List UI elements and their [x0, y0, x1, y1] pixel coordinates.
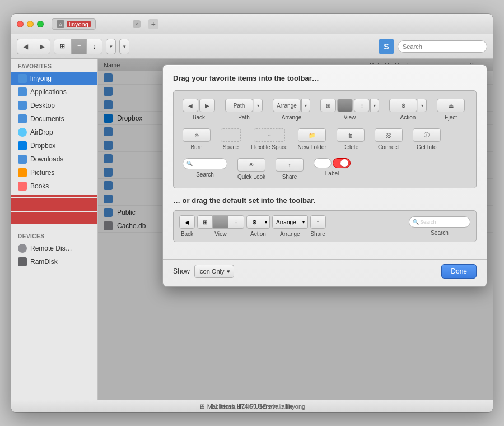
ds-item-action[interactable]: ⚙ ▾ Action — [246, 215, 270, 237]
flex-space-btn[interactable]: ↔ — [254, 128, 285, 142]
drag-item-path[interactable]: Path ▾ Path — [221, 95, 267, 124]
sidebar-item-home[interactable]: linyong — [11, 72, 97, 85]
selection-bar-1 — [11, 195, 97, 197]
ds-view-seg2[interactable] — [213, 215, 228, 229]
toolbar: ◀ ▶ ⊞ ≡ ⫶ ▾ ▾ S — [11, 34, 493, 59]
action-dropdown[interactable]: ▾ — [119, 39, 129, 54]
view-seg3[interactable]: ⫶ — [354, 99, 370, 112]
sidebar-label-remote: Remote Dis… — [30, 244, 72, 252]
path-dropdown-arrow[interactable]: ▾ — [254, 99, 263, 112]
ds-view-group: ⊞ ⫶ — [197, 215, 244, 229]
ds-item-share[interactable]: ↑ Share — [310, 215, 326, 237]
sidebar-item-pictures[interactable]: Pictures — [11, 166, 97, 179]
drag-item-share[interactable]: ↑ Share — [271, 155, 308, 183]
ds-arrange-dropdown[interactable]: ▾ — [300, 215, 308, 229]
ds-back-btn[interactable]: ◀ — [179, 215, 195, 229]
ds-item-back[interactable]: ◀ Back — [179, 215, 195, 237]
drag-item-label[interactable]: Label — [309, 155, 355, 183]
ds-view-seg3[interactable]: ⫶ — [228, 215, 244, 229]
share-btn[interactable]: ↑ — [276, 158, 304, 172]
modal-bottom: Show Icon Only ▾ Done — [163, 259, 487, 286]
ds-arrange-btn[interactable]: Arrange — [272, 215, 300, 229]
sidebar-item-desktop[interactable]: Desktop — [11, 99, 97, 112]
path-btn[interactable]: Path — [225, 99, 253, 112]
list-view-btn[interactable]: ≡ — [71, 39, 87, 54]
eject-btn[interactable]: ⏏ — [437, 99, 465, 112]
connect-btn[interactable]: ⛓ — [375, 128, 403, 142]
forward-button[interactable]: ▶ — [34, 39, 50, 54]
ds-action-btn[interactable]: ⚙ — [246, 215, 262, 229]
path-btn-group: Path ▾ — [225, 99, 263, 112]
drag-item-view[interactable]: ⊞ ⫶ ▾ View — [316, 95, 384, 124]
close-button[interactable] — [17, 21, 24, 27]
new-folder-btn[interactable]: 📁 — [298, 128, 326, 142]
drag-item-get-info[interactable]: ⓘ Get Info — [408, 125, 445, 154]
view-seg1[interactable]: ⊞ — [320, 99, 336, 112]
ds-item-arrange[interactable]: Arrange ▾ Arrange — [272, 215, 308, 237]
toolbar-items-grid[interactable]: ◀ ▶ Back Path ▾ Path — [173, 90, 477, 188]
drag-item-quick-look[interactable]: 👁 Quick Look — [233, 155, 270, 183]
favorites-header: FAVORITES — [11, 59, 97, 72]
drag-item-connect[interactable]: ⛓ Connect — [370, 125, 407, 154]
ds-action-dropdown[interactable]: ▾ — [262, 215, 270, 229]
tab-close-button[interactable]: × — [133, 20, 141, 28]
arrange-btn[interactable]: Arrange — [273, 99, 301, 112]
view-seg2[interactable] — [337, 99, 353, 112]
default-set-title: … or drag the default set into the toolb… — [173, 196, 477, 205]
column-view-btn[interactable]: ⫶ — [87, 39, 102, 54]
action-btn[interactable]: ⚙ — [389, 99, 417, 112]
show-row: Show Icon Only ▾ — [173, 265, 234, 278]
back-button[interactable]: ◀ — [17, 39, 34, 54]
action-label: Action — [400, 114, 416, 121]
ds-item-search[interactable]: 🔍 Search Search — [409, 216, 470, 236]
sidebar-item-airdrop[interactable]: AirDrop — [11, 126, 97, 139]
drag-item-action[interactable]: ⚙ ▾ Action — [385, 95, 431, 124]
drag-item-eject[interactable]: ⏏ Eject — [432, 95, 469, 124]
view-dropdown-arrow[interactable]: ▾ — [370, 99, 379, 112]
drag-item-burn[interactable]: ⊛ Burn — [178, 125, 215, 154]
delete-label: Delete — [342, 144, 358, 150]
icon-view-btn[interactable]: ⊞ — [54, 39, 71, 54]
label-toggle-off[interactable] — [314, 158, 332, 168]
main-area: FAVORITES linyong Applications Desktop D… — [11, 59, 493, 400]
default-set-grid[interactable]: ◀ Back ⊞ ⫶ View — [173, 210, 477, 242]
drag-item-search[interactable]: 🔍 Search — [178, 155, 232, 183]
drag-item-new-folder[interactable]: 📁 New Folder — [293, 125, 331, 154]
sidebar-item-dropbox[interactable]: Dropbox — [11, 139, 97, 152]
search-input[interactable] — [398, 40, 487, 53]
space-btn[interactable] — [221, 128, 241, 142]
back-left-btn[interactable]: ◀ — [183, 99, 198, 112]
tab-add-button[interactable]: + — [148, 19, 158, 29]
arrange-dropdown-arrow[interactable]: ▾ — [301, 99, 310, 112]
sidebar-item-ramdisk[interactable]: RamDisk — [11, 255, 97, 268]
ds-share-btn[interactable]: ↑ — [310, 215, 326, 229]
action-dropdown-arrow[interactable]: ▾ — [418, 99, 427, 112]
home-icon: ⌂ — [57, 20, 64, 28]
drag-item-delete[interactable]: 🗑 Delete — [332, 125, 369, 154]
drag-item-back[interactable]: ◀ ▶ Back — [178, 95, 220, 124]
get-info-btn[interactable]: ⓘ — [413, 128, 441, 142]
ds-back-group: ◀ — [179, 215, 195, 229]
sidebar-item-downloads[interactable]: Downloads — [11, 152, 97, 166]
maximize-button[interactable] — [37, 21, 44, 27]
quick-look-btn[interactable]: 👁 — [237, 158, 265, 172]
done-button[interactable]: Done — [441, 264, 477, 279]
sidebar-item-documents[interactable]: Documents — [11, 112, 97, 126]
sidebar-item-remote[interactable]: Remote Dis… — [11, 242, 97, 255]
ds-item-view[interactable]: ⊞ ⫶ View — [197, 215, 244, 237]
delete-btn[interactable]: 🗑 — [337, 128, 365, 142]
drag-item-arrange[interactable]: Arrange ▾ Arrange — [268, 95, 315, 124]
drag-item-space[interactable]: Space — [216, 125, 245, 154]
ds-view-seg1[interactable]: ⊞ — [197, 215, 213, 229]
arrange-dropdown[interactable]: ▾ — [106, 39, 116, 54]
ds-arrange-group: Arrange ▾ — [272, 215, 308, 229]
quick-look-label: Quick Look — [237, 174, 265, 180]
label-toggle-on[interactable] — [333, 158, 351, 168]
drag-item-flexible-space[interactable]: ↔ Flexible Space — [246, 125, 292, 154]
sidebar-item-books[interactable]: Books — [11, 179, 97, 193]
burn-btn[interactable]: ⊛ — [183, 128, 211, 142]
back-right-btn[interactable]: ▶ — [199, 99, 215, 112]
sidebar-item-applications[interactable]: Applications — [11, 85, 97, 99]
show-select[interactable]: Icon Only ▾ — [194, 265, 234, 278]
minimize-button[interactable] — [27, 21, 34, 27]
